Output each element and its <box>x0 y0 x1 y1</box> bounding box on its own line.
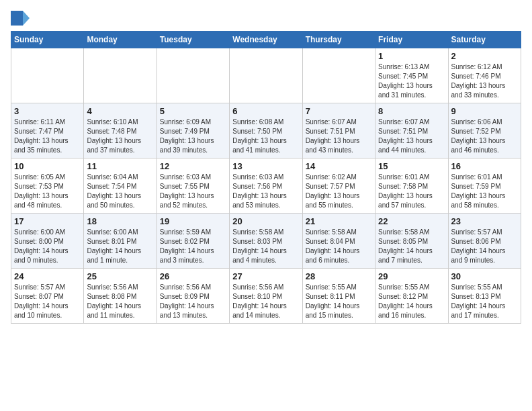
day-number: 7 <box>306 106 372 116</box>
calendar-cell: 23Sunrise: 5:57 AM Sunset: 8:06 PM Dayli… <box>448 214 521 269</box>
day-number: 2 <box>451 51 518 61</box>
cell-info: Sunrise: 5:56 AM Sunset: 8:10 PM Dayligh… <box>232 283 299 320</box>
header-day-wednesday: Wednesday <box>230 32 302 48</box>
day-number: 13 <box>232 161 299 171</box>
header-day-thursday: Thursday <box>302 32 375 48</box>
calendar-cell: 17Sunrise: 6:00 AM Sunset: 8:00 PM Dayli… <box>11 214 84 269</box>
day-number: 5 <box>160 106 226 116</box>
calendar-cell <box>302 48 375 103</box>
day-number: 29 <box>378 271 445 281</box>
svg-marker-1 <box>23 11 30 26</box>
day-number: 11 <box>87 161 153 171</box>
cell-info: Sunrise: 6:00 AM Sunset: 8:01 PM Dayligh… <box>87 228 153 265</box>
cell-info: Sunrise: 6:08 AM Sunset: 7:50 PM Dayligh… <box>232 118 299 155</box>
cell-info: Sunrise: 6:03 AM Sunset: 7:56 PM Dayligh… <box>232 173 299 210</box>
calendar-table: SundayMondayTuesdayWednesdayThursdayFrid… <box>11 31 521 324</box>
day-number: 15 <box>378 161 445 171</box>
cell-info: Sunrise: 6:13 AM Sunset: 7:45 PM Dayligh… <box>378 62 445 100</box>
calendar-cell: 14Sunrise: 6:02 AM Sunset: 7:57 PM Dayli… <box>302 158 375 214</box>
header-day-tuesday: Tuesday <box>157 32 229 48</box>
day-number: 21 <box>306 216 372 226</box>
calendar-week-row: 10Sunrise: 6:05 AM Sunset: 7:53 PM Dayli… <box>11 158 521 214</box>
cell-info: Sunrise: 5:58 AM Sunset: 8:05 PM Dayligh… <box>378 228 445 265</box>
logo <box>11 11 32 26</box>
calendar-cell: 26Sunrise: 5:56 AM Sunset: 8:09 PM Dayli… <box>157 269 229 324</box>
cell-info: Sunrise: 6:02 AM Sunset: 7:57 PM Dayligh… <box>306 173 372 210</box>
cell-info: Sunrise: 6:11 AM Sunset: 7:47 PM Dayligh… <box>14 118 81 155</box>
calendar-cell: 27Sunrise: 5:56 AM Sunset: 8:10 PM Dayli… <box>230 269 302 324</box>
day-number: 12 <box>160 161 226 171</box>
cell-info: Sunrise: 6:01 AM Sunset: 7:58 PM Dayligh… <box>378 173 445 210</box>
calendar-cell: 7Sunrise: 6:07 AM Sunset: 7:51 PM Daylig… <box>302 103 375 158</box>
day-number: 22 <box>378 216 445 226</box>
cell-info: Sunrise: 6:00 AM Sunset: 8:00 PM Dayligh… <box>14 228 81 265</box>
calendar-week-row: 3Sunrise: 6:11 AM Sunset: 7:47 PM Daylig… <box>11 103 521 158</box>
page-header <box>11 11 521 26</box>
calendar-cell: 19Sunrise: 5:59 AM Sunset: 8:02 PM Dayli… <box>157 214 229 269</box>
calendar-cell: 8Sunrise: 6:07 AM Sunset: 7:51 PM Daylig… <box>375 103 448 158</box>
calendar-cell: 9Sunrise: 6:06 AM Sunset: 7:52 PM Daylig… <box>448 103 521 158</box>
day-number: 23 <box>451 216 518 226</box>
calendar-cell <box>157 48 229 103</box>
day-number: 25 <box>87 271 153 281</box>
cell-info: Sunrise: 5:57 AM Sunset: 8:06 PM Dayligh… <box>451 228 518 265</box>
cell-info: Sunrise: 6:12 AM Sunset: 7:46 PM Dayligh… <box>451 62 518 100</box>
calendar-week-row: 24Sunrise: 5:57 AM Sunset: 8:07 PM Dayli… <box>11 269 521 324</box>
day-number: 28 <box>306 271 372 281</box>
day-number: 6 <box>232 106 299 116</box>
calendar-cell: 1Sunrise: 6:13 AM Sunset: 7:45 PM Daylig… <box>375 48 448 103</box>
cell-info: Sunrise: 6:04 AM Sunset: 7:54 PM Dayligh… <box>87 173 153 210</box>
cell-info: Sunrise: 5:55 AM Sunset: 8:13 PM Dayligh… <box>451 283 518 320</box>
day-number: 26 <box>160 271 226 281</box>
day-number: 19 <box>160 216 226 226</box>
day-number: 30 <box>451 271 518 281</box>
cell-info: Sunrise: 6:07 AM Sunset: 7:51 PM Dayligh… <box>378 118 445 155</box>
calendar-cell: 20Sunrise: 5:58 AM Sunset: 8:03 PM Dayli… <box>230 214 302 269</box>
calendar-cell: 6Sunrise: 6:08 AM Sunset: 7:50 PM Daylig… <box>230 103 302 158</box>
calendar-cell <box>84 48 157 103</box>
header-day-sunday: Sunday <box>11 32 84 48</box>
cell-info: Sunrise: 6:05 AM Sunset: 7:53 PM Dayligh… <box>14 173 81 210</box>
cell-info: Sunrise: 5:56 AM Sunset: 8:08 PM Dayligh… <box>87 283 153 320</box>
cell-info: Sunrise: 6:01 AM Sunset: 7:59 PM Dayligh… <box>451 173 518 210</box>
day-number: 14 <box>306 161 372 171</box>
cell-info: Sunrise: 6:07 AM Sunset: 7:51 PM Dayligh… <box>306 118 372 155</box>
header-day-friday: Friday <box>375 32 448 48</box>
calendar-header-row: SundayMondayTuesdayWednesdayThursdayFrid… <box>11 32 521 48</box>
calendar-cell: 28Sunrise: 5:55 AM Sunset: 8:11 PM Dayli… <box>302 269 375 324</box>
calendar-cell: 25Sunrise: 5:56 AM Sunset: 8:08 PM Dayli… <box>84 269 157 324</box>
day-number: 24 <box>14 271 81 281</box>
calendar-cell <box>230 48 302 103</box>
calendar-week-row: 1Sunrise: 6:13 AM Sunset: 7:45 PM Daylig… <box>11 48 521 103</box>
cell-info: Sunrise: 6:09 AM Sunset: 7:49 PM Dayligh… <box>160 118 226 155</box>
calendar-cell <box>11 48 84 103</box>
day-number: 8 <box>378 106 445 116</box>
calendar-cell: 15Sunrise: 6:01 AM Sunset: 7:58 PM Dayli… <box>375 158 448 214</box>
cell-info: Sunrise: 5:55 AM Sunset: 8:12 PM Dayligh… <box>378 283 445 320</box>
day-number: 4 <box>87 106 153 116</box>
calendar-cell: 4Sunrise: 6:10 AM Sunset: 7:48 PM Daylig… <box>84 103 157 158</box>
calendar-cell: 18Sunrise: 6:00 AM Sunset: 8:01 PM Dayli… <box>84 214 157 269</box>
cell-info: Sunrise: 6:03 AM Sunset: 7:55 PM Dayligh… <box>160 173 226 210</box>
day-number: 1 <box>378 51 445 61</box>
day-number: 3 <box>14 106 81 116</box>
day-number: 17 <box>14 216 81 226</box>
cell-info: Sunrise: 6:06 AM Sunset: 7:52 PM Dayligh… <box>451 118 518 155</box>
cell-info: Sunrise: 5:58 AM Sunset: 8:04 PM Dayligh… <box>306 228 372 265</box>
svg-rect-0 <box>11 11 23 26</box>
calendar-cell: 16Sunrise: 6:01 AM Sunset: 7:59 PM Dayli… <box>448 158 521 214</box>
calendar-cell: 3Sunrise: 6:11 AM Sunset: 7:47 PM Daylig… <box>11 103 84 158</box>
day-number: 20 <box>232 216 299 226</box>
calendar-cell: 12Sunrise: 6:03 AM Sunset: 7:55 PM Dayli… <box>157 158 229 214</box>
logo-icon <box>11 11 30 26</box>
calendar-cell: 10Sunrise: 6:05 AM Sunset: 7:53 PM Dayli… <box>11 158 84 214</box>
header-day-saturday: Saturday <box>448 32 521 48</box>
calendar-cell: 5Sunrise: 6:09 AM Sunset: 7:49 PM Daylig… <box>157 103 229 158</box>
calendar-cell: 29Sunrise: 5:55 AM Sunset: 8:12 PM Dayli… <box>375 269 448 324</box>
calendar-cell: 21Sunrise: 5:58 AM Sunset: 8:04 PM Dayli… <box>302 214 375 269</box>
day-number: 10 <box>14 161 81 171</box>
day-number: 27 <box>232 271 299 281</box>
calendar-cell: 11Sunrise: 6:04 AM Sunset: 7:54 PM Dayli… <box>84 158 157 214</box>
calendar-cell: 24Sunrise: 5:57 AM Sunset: 8:07 PM Dayli… <box>11 269 84 324</box>
cell-info: Sunrise: 5:56 AM Sunset: 8:09 PM Dayligh… <box>160 283 226 320</box>
